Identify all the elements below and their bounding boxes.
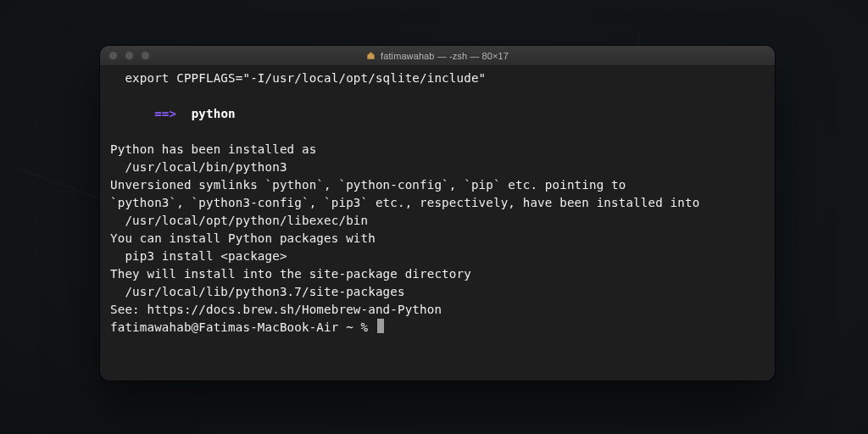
output-line: pip3 install <package> <box>110 248 765 265</box>
arrow-icon: ==> <box>154 107 176 120</box>
section-heading: ==> python <box>110 87 765 141</box>
home-icon <box>366 51 376 60</box>
window-title-text: fatimawahab — -zsh — 80×17 <box>381 51 509 61</box>
terminal-window: fatimawahab — -zsh — 80×17 export CPPFLA… <box>100 46 775 381</box>
output-line: export CPPFLAGS="-I/usr/local/opt/sqlite… <box>110 70 765 87</box>
window-titlebar[interactable]: fatimawahab — -zsh — 80×17 <box>100 46 775 66</box>
output-line: /usr/local/lib/python3.7/site-packages <box>110 283 765 301</box>
cursor-icon <box>377 319 384 333</box>
terminal-output[interactable]: export CPPFLAGS="-I/usr/local/opt/sqlite… <box>100 66 775 343</box>
output-line: `python3`, `python3-config`, `pip3` etc.… <box>110 194 765 212</box>
prompt-line[interactable]: fatimawahab@Fatimas-MacBook-Air ~ % <box>110 319 765 337</box>
window-title: fatimawahab — -zsh — 80×17 <box>100 46 775 65</box>
output-line: /usr/local/opt/python/libexec/bin <box>110 212 765 230</box>
output-line: You can install Python packages with <box>110 230 765 248</box>
window-controls <box>108 51 150 60</box>
zoom-icon[interactable] <box>141 51 150 60</box>
prompt-text: fatimawahab@Fatimas-MacBook-Air ~ % <box>110 319 376 337</box>
minimize-icon[interactable] <box>125 51 134 60</box>
output-line: Unversioned symlinks `python`, `python-c… <box>110 176 765 194</box>
output-line: /usr/local/bin/python3 <box>110 159 765 176</box>
output-line: Python has been installed as <box>110 141 765 159</box>
output-line: See: https://docs.brew.sh/Homebrew-and-P… <box>110 301 765 319</box>
output-line: They will install into the site-package … <box>110 265 765 283</box>
close-icon[interactable] <box>108 51 118 60</box>
heading-text: python <box>192 107 236 120</box>
